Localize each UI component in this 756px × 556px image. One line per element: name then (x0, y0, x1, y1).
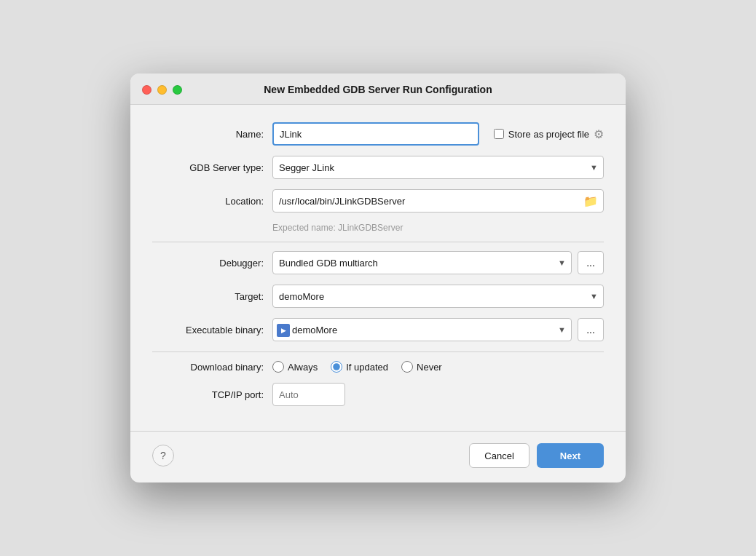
gear-icon[interactable]: ⚙ (594, 127, 604, 141)
tcp-input[interactable] (272, 383, 345, 406)
name-row: Name: Store as project file ⚙ (152, 122, 604, 146)
radio-always-label: Always (288, 362, 318, 373)
store-project-checkbox[interactable] (494, 129, 504, 139)
target-row: Target: demoMore ▼ (152, 285, 604, 308)
target-field: demoMore ▼ (272, 285, 604, 308)
location-input-wrapper: 📁 (272, 189, 604, 213)
gdb-server-type-field: Segger JLink OpenOCD ▼ (272, 156, 604, 179)
expected-name-hint: Expected name: JLinkGDBServer (272, 223, 604, 233)
tcp-row: TCP/IP port: (152, 383, 604, 406)
radio-option-always[interactable]: Always (272, 361, 318, 373)
download-binary-label: Download binary: (152, 362, 272, 373)
gdb-server-type-select[interactable]: Segger JLink OpenOCD (272, 156, 604, 179)
executable-select-wrapper: ▶ demoMore ▼ (272, 318, 572, 341)
divider-1 (152, 242, 604, 242)
help-button[interactable]: ? (152, 445, 174, 466)
target-select-wrapper: demoMore ▼ (272, 285, 604, 308)
tcp-field (272, 383, 604, 406)
name-field: Store as project file ⚙ (272, 122, 604, 146)
executable-dots-button[interactable]: ... (578, 318, 604, 341)
dialog-footer: ? Cancel Next (130, 431, 626, 482)
traffic-lights (142, 85, 182, 95)
executable-select[interactable]: demoMore (272, 318, 572, 341)
debugger-select[interactable]: Bundled GDB multiarch (272, 251, 572, 274)
radio-option-never[interactable]: Never (401, 361, 442, 373)
debugger-dots-button[interactable]: ... (578, 251, 604, 274)
gdb-server-type-label: GDB Server type: (152, 162, 272, 173)
radio-never-label: Never (417, 362, 442, 373)
titlebar: New Embedded GDB Server Run Configuratio… (130, 74, 626, 105)
download-binary-radio-group: Always If updated Never (272, 361, 442, 373)
target-select[interactable]: demoMore (272, 285, 604, 308)
name-label: Name: (152, 129, 272, 140)
radio-always[interactable] (272, 361, 284, 373)
debugger-field: Bundled GDB multiarch ▼ ... (272, 251, 604, 274)
gdb-server-type-row: GDB Server type: Segger JLink OpenOCD ▼ (152, 156, 604, 179)
location-label: Location: (152, 196, 272, 207)
cancel-button[interactable]: Cancel (469, 443, 529, 468)
dialog: New Embedded GDB Server Run Configuratio… (130, 74, 626, 482)
dialog-content: Name: Store as project file ⚙ GDB Server… (130, 105, 626, 431)
radio-option-if-updated[interactable]: If updated (331, 361, 388, 373)
location-row: Location: 📁 (152, 189, 604, 213)
maximize-button[interactable] (173, 85, 182, 95)
download-binary-row: Download binary: Always If updated Never (152, 361, 604, 373)
radio-if-updated-label: If updated (346, 362, 388, 373)
download-binary-field: Always If updated Never (272, 361, 604, 373)
debugger-label: Debugger: (152, 258, 272, 269)
divider-2 (152, 352, 604, 352)
minimize-button[interactable] (157, 85, 167, 95)
debugger-select-wrapper: Bundled GDB multiarch ▼ (272, 251, 572, 274)
location-input[interactable] (272, 189, 604, 213)
radio-never[interactable] (401, 361, 413, 373)
location-field: 📁 (272, 189, 604, 213)
dialog-title: New Embedded GDB Server Run Configuratio… (145, 84, 611, 95)
debugger-row: Debugger: Bundled GDB multiarch ▼ ... (152, 251, 604, 274)
target-label: Target: (152, 291, 272, 302)
executable-field: ▶ demoMore ▼ ... (272, 318, 604, 341)
executable-label: Executable binary: (152, 325, 272, 335)
tcp-label: TCP/IP port: (152, 389, 272, 400)
store-project-label: Store as project file (508, 129, 589, 140)
next-button[interactable]: Next (537, 443, 604, 468)
store-project-area: Store as project file ⚙ (494, 127, 604, 141)
close-button[interactable] (142, 85, 151, 95)
gdb-server-type-select-wrapper: Segger JLink OpenOCD ▼ (272, 156, 604, 179)
executable-row: Executable binary: ▶ demoMore ▼ ... (152, 318, 604, 341)
radio-if-updated[interactable] (331, 361, 342, 373)
name-input[interactable] (272, 122, 479, 146)
